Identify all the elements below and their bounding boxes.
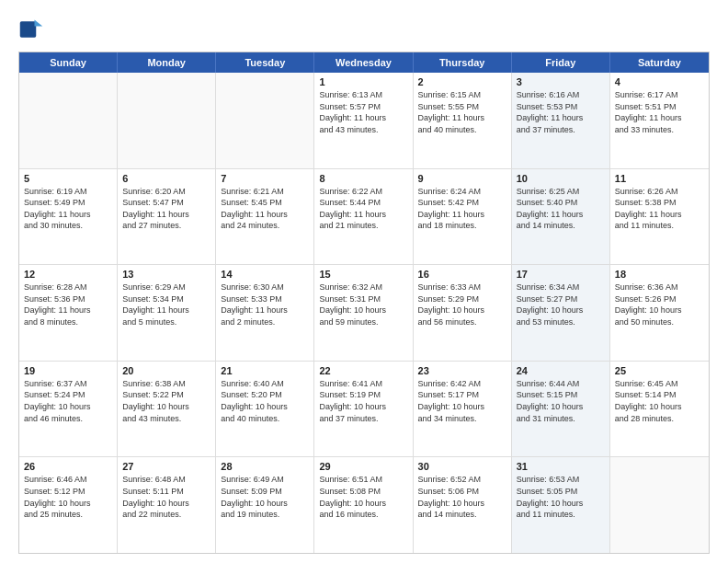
day-cell-14: 14Sunrise: 6:30 AM Sunset: 5:33 PM Dayli… [216,265,314,361]
day-info: Sunrise: 6:25 AM Sunset: 5:40 PM Dayligh… [517,186,605,232]
day-cell-19: 19Sunrise: 6:37 AM Sunset: 5:24 PM Dayli… [19,362,118,457]
day-info: Sunrise: 6:28 AM Sunset: 5:36 PM Dayligh… [24,282,112,327]
calendar-week-5: 26Sunrise: 6:46 AM Sunset: 5:12 PM Dayli… [19,456,709,553]
day-cell-18: 18Sunrise: 6:36 AM Sunset: 5:26 PM Dayli… [610,265,709,361]
day-cell-25: 25Sunrise: 6:45 AM Sunset: 5:14 PM Dayli… [610,362,709,457]
empty-cell [118,73,216,168]
day-info: Sunrise: 6:41 AM Sunset: 5:19 PM Dayligh… [319,378,407,424]
day-info: Sunrise: 6:15 AM Sunset: 5:55 PM Dayligh… [418,89,506,135]
day-cell-5: 5Sunrise: 6:19 AM Sunset: 5:49 PM Daylig… [19,169,118,265]
day-number: 2 [418,76,506,87]
day-cell-28: 28Sunrise: 6:49 AM Sunset: 5:09 PM Dayli… [216,457,314,553]
day-number: 3 [517,76,605,87]
logo [18,17,48,42]
calendar-body: 1Sunrise: 6:13 AM Sunset: 5:57 PM Daylig… [19,73,709,553]
day-number: 22 [319,365,407,376]
day-of-week-saturday: Saturday [610,52,709,73]
calendar: SundayMondayTuesdayWednesdayThursdayFrid… [18,52,710,554]
day-number: 10 [517,173,605,184]
day-info: Sunrise: 6:53 AM Sunset: 5:05 PM Dayligh… [517,474,605,520]
day-number: 27 [122,461,210,472]
day-info: Sunrise: 6:36 AM Sunset: 5:26 PM Dayligh… [615,282,704,327]
day-info: Sunrise: 6:46 AM Sunset: 5:12 PM Dayligh… [24,474,112,520]
day-of-week-monday: Monday [118,52,216,73]
day-cell-2: 2Sunrise: 6:15 AM Sunset: 5:55 PM Daylig… [414,73,512,168]
day-info: Sunrise: 6:16 AM Sunset: 5:53 PM Dayligh… [517,89,605,135]
day-number: 8 [319,173,407,184]
day-cell-17: 17Sunrise: 6:34 AM Sunset: 5:27 PM Dayli… [512,265,610,361]
day-number: 21 [221,365,309,376]
day-number: 30 [418,461,506,472]
day-info: Sunrise: 6:37 AM Sunset: 5:24 PM Dayligh… [24,378,112,424]
calendar-header: SundayMondayTuesdayWednesdayThursdayFrid… [19,52,709,73]
day-number: 17 [517,269,605,280]
day-of-week-tuesday: Tuesday [216,52,314,73]
day-number: 29 [319,461,407,472]
calendar-week-3: 12Sunrise: 6:28 AM Sunset: 5:36 PM Dayli… [19,264,709,361]
svg-marker-1 [35,20,43,27]
day-cell-30: 30Sunrise: 6:52 AM Sunset: 5:06 PM Dayli… [414,457,512,553]
calendar-week-1: 1Sunrise: 6:13 AM Sunset: 5:57 PM Daylig… [19,73,709,168]
day-cell-3: 3Sunrise: 6:16 AM Sunset: 5:53 PM Daylig… [512,73,610,168]
header [18,17,710,42]
day-number: 24 [517,365,605,376]
day-info: Sunrise: 6:44 AM Sunset: 5:15 PM Dayligh… [517,378,605,424]
day-cell-29: 29Sunrise: 6:51 AM Sunset: 5:08 PM Dayli… [314,457,413,553]
day-info: Sunrise: 6:26 AM Sunset: 5:38 PM Dayligh… [615,186,704,232]
day-number: 12 [24,269,112,280]
day-info: Sunrise: 6:52 AM Sunset: 5:06 PM Dayligh… [418,474,506,520]
day-cell-26: 26Sunrise: 6:46 AM Sunset: 5:12 PM Dayli… [19,457,118,553]
day-cell-31: 31Sunrise: 6:53 AM Sunset: 5:05 PM Dayli… [512,457,610,553]
day-info: Sunrise: 6:51 AM Sunset: 5:08 PM Dayligh… [319,474,407,520]
day-number: 18 [615,269,704,280]
day-cell-9: 9Sunrise: 6:24 AM Sunset: 5:42 PM Daylig… [414,169,512,265]
day-cell-10: 10Sunrise: 6:25 AM Sunset: 5:40 PM Dayli… [512,169,610,265]
day-info: Sunrise: 6:13 AM Sunset: 5:57 PM Dayligh… [319,89,407,135]
day-cell-11: 11Sunrise: 6:26 AM Sunset: 5:38 PM Dayli… [610,169,709,265]
calendar-week-4: 19Sunrise: 6:37 AM Sunset: 5:24 PM Dayli… [19,361,709,457]
day-cell-1: 1Sunrise: 6:13 AM Sunset: 5:57 PM Daylig… [314,73,413,168]
day-number: 31 [517,461,605,472]
day-cell-7: 7Sunrise: 6:21 AM Sunset: 5:45 PM Daylig… [216,169,314,265]
empty-cell [19,73,118,168]
day-cell-8: 8Sunrise: 6:22 AM Sunset: 5:44 PM Daylig… [314,169,413,265]
day-number: 14 [221,269,309,280]
day-info: Sunrise: 6:33 AM Sunset: 5:29 PM Dayligh… [418,282,506,327]
calendar-week-2: 5Sunrise: 6:19 AM Sunset: 5:49 PM Daylig… [19,168,709,265]
day-info: Sunrise: 6:40 AM Sunset: 5:20 PM Dayligh… [221,378,309,424]
day-cell-23: 23Sunrise: 6:42 AM Sunset: 5:17 PM Dayli… [414,362,512,457]
day-cell-16: 16Sunrise: 6:33 AM Sunset: 5:29 PM Dayli… [414,265,512,361]
day-of-week-sunday: Sunday [19,52,118,73]
day-info: Sunrise: 6:48 AM Sunset: 5:11 PM Dayligh… [122,474,210,520]
day-cell-13: 13Sunrise: 6:29 AM Sunset: 5:34 PM Dayli… [118,265,216,361]
day-cell-12: 12Sunrise: 6:28 AM Sunset: 5:36 PM Dayli… [19,265,118,361]
day-number: 25 [615,365,704,376]
day-cell-27: 27Sunrise: 6:48 AM Sunset: 5:11 PM Dayli… [118,457,216,553]
day-cell-4: 4Sunrise: 6:17 AM Sunset: 5:51 PM Daylig… [610,73,709,168]
day-number: 7 [221,173,309,184]
day-of-week-thursday: Thursday [414,52,512,73]
day-info: Sunrise: 6:38 AM Sunset: 5:22 PM Dayligh… [122,378,210,424]
day-number: 19 [24,365,112,376]
day-of-week-friday: Friday [512,52,610,73]
day-cell-15: 15Sunrise: 6:32 AM Sunset: 5:31 PM Dayli… [314,265,413,361]
empty-cell [216,73,314,168]
day-info: Sunrise: 6:19 AM Sunset: 5:49 PM Dayligh… [24,186,112,232]
day-number: 23 [418,365,506,376]
day-number: 28 [221,461,309,472]
day-number: 13 [122,269,210,280]
day-info: Sunrise: 6:17 AM Sunset: 5:51 PM Dayligh… [615,89,704,135]
day-number: 4 [615,76,704,87]
day-number: 1 [319,76,407,87]
day-of-week-wednesday: Wednesday [314,52,413,73]
day-info: Sunrise: 6:24 AM Sunset: 5:42 PM Dayligh… [418,186,506,232]
page: SundayMondayTuesdayWednesdayThursdayFrid… [0,0,728,563]
day-info: Sunrise: 6:42 AM Sunset: 5:17 PM Dayligh… [418,378,506,424]
logo-icon [18,17,44,42]
empty-cell [610,457,709,553]
day-number: 6 [122,173,210,184]
day-cell-22: 22Sunrise: 6:41 AM Sunset: 5:19 PM Dayli… [314,362,413,457]
day-info: Sunrise: 6:20 AM Sunset: 5:47 PM Dayligh… [122,186,210,232]
svg-rect-0 [20,21,37,38]
day-number: 5 [24,173,112,184]
